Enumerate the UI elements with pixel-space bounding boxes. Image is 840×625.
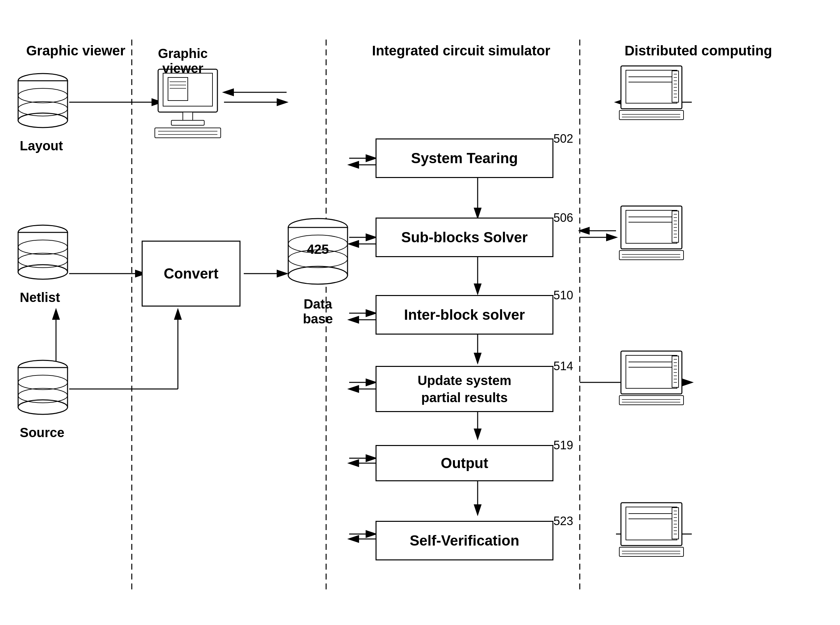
step-510-num: 510 [553, 288, 573, 302]
section-graphic-viewer: Graphic viewer [20, 43, 132, 59]
svg-rect-56 [171, 120, 204, 125]
graphic-viewer-label: Graphic viewer [145, 46, 221, 76]
main-db: 425 [287, 218, 349, 290]
dist-computer-1 [616, 64, 688, 134]
svg-point-41 [18, 265, 68, 279]
svg-rect-70 [619, 110, 683, 120]
step-502-num: 502 [553, 132, 573, 146]
dist-computer-4 [616, 501, 688, 570]
svg-rect-57 [155, 128, 221, 138]
section-distributed: Distributed computing [600, 43, 797, 59]
netlist-db [17, 224, 69, 283]
inter-block-solver-box: Inter-block solver [375, 295, 553, 334]
graphic-viewer-computer [152, 66, 224, 138]
layout-label: Layout [20, 138, 63, 153]
step-506-num: 506 [553, 211, 573, 225]
svg-rect-99 [626, 355, 677, 388]
dist-computer-2 [616, 204, 688, 274]
step-519-num: 519 [553, 438, 573, 452]
database-label: Data base [293, 297, 343, 326]
step-514-num: 514 [553, 359, 573, 373]
svg-rect-83 [626, 210, 677, 243]
svg-rect-115 [626, 507, 677, 540]
netlist-label: Netlist [20, 290, 60, 305]
svg-rect-55 [183, 112, 193, 120]
output-box: Output [375, 445, 553, 481]
section-integrated-circuit: Integrated circuit simulator [346, 43, 577, 59]
update-system-label: Update systempartial results [418, 372, 511, 406]
convert-box: Convert [142, 241, 240, 306]
svg-rect-67 [626, 70, 677, 103]
svg-text:425: 425 [307, 242, 329, 257]
system-tearing-box: System Tearing [375, 138, 553, 178]
svg-rect-118 [619, 547, 683, 557]
dist-computer-3 [616, 350, 688, 419]
svg-point-46 [18, 400, 68, 414]
sub-blocks-solver-box: Sub-blocks Solver [375, 218, 553, 257]
svg-point-36 [18, 113, 68, 127]
svg-rect-102 [619, 396, 683, 405]
svg-rect-86 [619, 250, 683, 260]
self-verification-box: Self-Verification [375, 521, 553, 560]
layout-db [17, 73, 69, 132]
source-db [17, 359, 69, 419]
svg-point-62 [288, 266, 347, 284]
step-523-num: 523 [553, 514, 573, 528]
source-label: Source [20, 425, 65, 440]
update-system-box: Update systempartial results [375, 366, 553, 412]
diagram-container: Graphic viewer Integrated circuit simula… [0, 0, 840, 625]
